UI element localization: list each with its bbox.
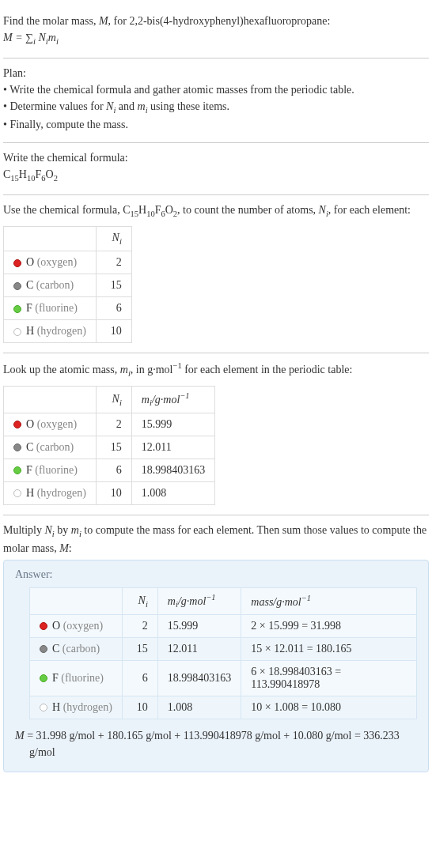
var-mi: mi [71, 524, 81, 536]
element-cell: F (fluorine) [4, 296, 97, 319]
n-value: 15 [122, 637, 157, 660]
col-Ni: Ni [96, 227, 131, 251]
col-element [4, 387, 97, 413]
n-value: 2 [96, 413, 131, 436]
element-cell: C (carbon) [4, 436, 97, 459]
table-row: O (oxygen) 2 15.999 2 × 15.999 = 31.998 [30, 614, 417, 637]
element-dot-icon [40, 704, 47, 711]
table-row: C (carbon) 15 [4, 274, 132, 296]
element-dot-icon [40, 622, 47, 630]
m-value: 12.011 [131, 436, 215, 459]
n-value: 15 [96, 436, 131, 459]
table-row: F (fluorine) 6 18.998403163 6 × 18.99840… [30, 660, 417, 696]
answer-table: Ni mi/g·mol−1 mass/g·mol−1 O (oxygen) 2 … [29, 587, 417, 719]
table-row: H (hydrogen) 10 1.008 [4, 481, 215, 504]
molar-mass-equation: M = ∑i Nimi [3, 29, 429, 48]
m-value: 1.008 [157, 696, 241, 719]
table-row: H (hydrogen) 10 1.008 10 × 1.008 = 10.08… [30, 696, 417, 719]
n-value: 10 [122, 696, 157, 719]
table-row: C (carbon) 15 12.011 [4, 436, 215, 459]
element-dot-icon [40, 674, 47, 682]
var-M: M [15, 730, 25, 742]
m-value: 12.011 [157, 637, 241, 660]
intro-text-a: Find the molar mass, [3, 15, 99, 27]
table-row: O (oxygen) 2 15.999 [4, 413, 215, 436]
calc-value: 6 × 18.998403163 = 113.990418978 [241, 660, 417, 696]
table-header-row: Ni [4, 227, 132, 251]
var-mi: mi [138, 100, 148, 112]
n-value: 6 [122, 660, 157, 696]
element-cell: O (oxygen) [4, 251, 97, 274]
table-row: F (fluorine) 6 [4, 296, 132, 319]
intro-M: M [99, 15, 108, 27]
count-table: Ni O (oxygen) 2 C (carbon) 15 F (fluorin… [3, 226, 132, 343]
calc-value: 2 × 15.999 = 31.998 [241, 614, 417, 637]
element-cell: O (oxygen) [4, 413, 97, 436]
count-formula: C15H10F6O2 [123, 204, 177, 216]
m-value: 18.998403163 [131, 459, 215, 481]
intro-text-b: , for 2,2-bis(4-hydroxyphenyl)hexafluoro… [108, 15, 331, 27]
plan-bullet-2: • Determine values for Ni and mi using t… [3, 98, 429, 117]
chemical-formula: C15H10F6O2 [3, 166, 429, 185]
intro-line: Find the molar mass, M, for 2,2-bis(4-hy… [3, 13, 429, 29]
col-Ni: Ni [96, 387, 131, 413]
element-cell: F (fluorine) [4, 459, 97, 481]
col-Ni: Ni [122, 588, 157, 614]
col-mi: mi/g·mol−1 [157, 588, 241, 614]
element-cell: O (oxygen) [30, 614, 123, 637]
var-Ni: Ni [106, 100, 116, 112]
element-dot-icon [13, 328, 21, 336]
element-dot-icon [13, 259, 21, 267]
n-value: 10 [96, 481, 131, 504]
mass-table: Ni mi/g·mol−1 O (oxygen) 2 15.999 C (car… [3, 386, 215, 504]
m-value: 15.999 [131, 413, 215, 436]
intro-section: Find the molar mass, M, for 2,2-bis(4-hy… [3, 6, 429, 58]
calc-value: 15 × 12.011 = 180.165 [241, 637, 417, 660]
answer-box: Answer: Ni mi/g·mol−1 mass/g·mol−1 O (ox… [3, 560, 429, 772]
answer-label: Answer: [15, 568, 417, 581]
n-value: 2 [122, 614, 157, 637]
element-cell: H (hydrogen) [4, 319, 97, 342]
plan-section: Plan: • Write the chemical formula and g… [3, 58, 429, 144]
compute-section: Multiply Ni by mi to compute the mass fo… [3, 515, 429, 782]
element-dot-icon [13, 421, 21, 428]
col-element [30, 588, 123, 614]
compute-text: Multiply Ni by mi to compute the mass fo… [3, 522, 429, 557]
element-cell: C (carbon) [4, 274, 97, 296]
n-value: 10 [96, 319, 131, 342]
plan-heading: Plan: [3, 65, 429, 81]
var-mi: mi [120, 364, 131, 376]
table-row: H (hydrogen) 10 [4, 319, 132, 342]
element-dot-icon [40, 645, 47, 653]
element-cell: F (fluorine) [30, 660, 123, 696]
element-dot-icon [13, 443, 21, 451]
n-value: 2 [96, 251, 131, 274]
var-M: M [59, 542, 69, 554]
table-row: O (oxygen) 2 [4, 251, 132, 274]
formula-heading: Write the chemical formula: [3, 149, 429, 166]
table-header-row: Ni mi/g·mol−1 mass/g·mol−1 [30, 588, 417, 614]
count-text: Use the chemical formula, C15H10F6O2, to… [3, 202, 429, 221]
element-cell: C (carbon) [30, 637, 123, 660]
element-dot-icon [13, 305, 21, 313]
plan-bullet-3: • Finally, compute the mass. [3, 116, 429, 133]
n-value: 6 [96, 459, 131, 481]
element-dot-icon [13, 466, 21, 474]
var-Ni: Ni [319, 204, 328, 216]
element-dot-icon [13, 489, 21, 497]
element-cell: H (hydrogen) [30, 696, 123, 719]
element-cell: H (hydrogen) [4, 481, 97, 504]
table-header-row: Ni mi/g·mol−1 [4, 387, 215, 413]
n-value: 15 [96, 274, 131, 296]
m-value: 15.999 [157, 614, 241, 637]
table-row: F (fluorine) 6 18.998403163 [4, 459, 215, 481]
exp-neg1: −1 [172, 361, 181, 370]
plan-bullet-1: • Write the chemical formula and gather … [3, 81, 429, 98]
calc-value: 10 × 1.008 = 10.080 [241, 696, 417, 719]
mass-section: Look up the atomic mass, mi, in g·mol−1 … [3, 353, 429, 515]
col-mass: mass/g·mol−1 [241, 588, 417, 614]
element-dot-icon [13, 282, 21, 290]
n-value: 6 [96, 296, 131, 319]
m-value: 1.008 [131, 481, 215, 504]
var-Ni: Ni [45, 524, 55, 536]
